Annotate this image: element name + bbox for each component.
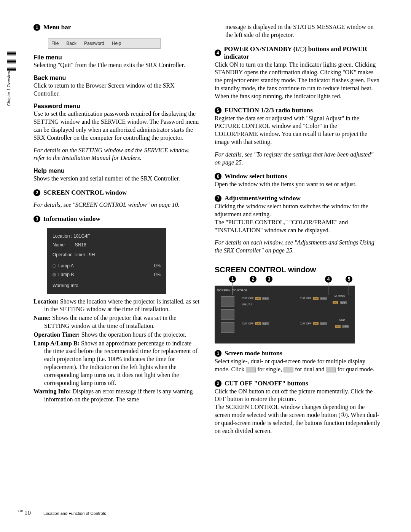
callout-7-title: 7 Adjustment/setting window [215, 195, 381, 202]
sc-item-2-body: Click the ON button to cut off the pictu… [215, 388, 381, 435]
callout-7-note: For details on each window, see "Adjustm… [215, 239, 381, 255]
callout-7-body: Clicking the window select button switch… [215, 203, 381, 234]
callout-6-text: Window select buttons [225, 173, 287, 180]
footer-gb: GB [18, 509, 23, 513]
quad-mode-icon [326, 367, 336, 372]
callout-4-body: Click ON to turn on the lamp. The indica… [215, 61, 381, 101]
page-footer: GB 10 Location and Function of Controls [18, 509, 106, 517]
menu-file[interactable]: File [51, 41, 59, 46]
sc-callout-5: 5 [346, 276, 352, 283]
circled-number-3: 3 [33, 216, 40, 222]
callout-6-title: 6 Window select buttons [215, 173, 381, 180]
file-menu-body: Selecting "Quit" from the File menu exit… [33, 61, 199, 69]
lamp-a-indicator-icon [53, 264, 56, 268]
sc-item-2-text: CUT OFF "ON/OFF" buttons [225, 380, 308, 387]
circled-number-7: 7 [215, 195, 221, 202]
footer-title: Location and Function of Controls [43, 511, 106, 516]
sc-item-1-body: Select single-, dual- or quad-screen mod… [215, 358, 381, 374]
help-menu-head: Help menu [33, 168, 199, 174]
back-menu-head: Back menu [33, 75, 199, 81]
lamp-a-label: Lamp A [58, 263, 74, 268]
info-warning: Warning Info [53, 281, 161, 290]
circled-number-1: 1 [33, 24, 40, 31]
menubar-screenshot: File Back Password Help [48, 38, 161, 49]
sc-item-1-title: 1 Screen mode buttons [215, 350, 381, 357]
callout-4-text: POWER ON/STANDBY (I/) buttons and POWER … [224, 45, 381, 61]
lamp-b-label: Lamp B [58, 272, 74, 277]
sc-callout-4: 4 [325, 276, 332, 283]
warning-info-desc: Warning Info: Displays an error message … [33, 388, 199, 404]
callout-1-title: 1 Menu bar [33, 24, 199, 31]
sc-callout-2: 2 [250, 276, 256, 283]
dual-mode-icon [284, 367, 293, 372]
sc-item-2-title: 2 CUT OFF "ON/OFF" buttons [215, 380, 381, 387]
lamp-b-indicator-icon [53, 273, 56, 276]
screen-control-screenshot: 1 2 3 4 5 SCREEN CONTROL CUT OFFONOFF IN… [215, 286, 355, 343]
operation-timer-desc: Operation Timer: Shows the operation hou… [33, 331, 199, 339]
callout-3-title: 3 Information window [33, 215, 199, 223]
sc-circled-2: 2 [215, 380, 221, 387]
hatch-decoration [7, 49, 16, 71]
circled-number-5: 5 [215, 107, 221, 114]
password-menu-head: Password menu [33, 103, 199, 110]
callout-2-title: 2 SCREEN CONTROL window [33, 189, 199, 197]
callout-5-text: FUNCTION 1/2/3 radio buttons [225, 107, 313, 114]
info-location: Location : 101G4F [53, 232, 161, 241]
circled-number-4: 4 [215, 50, 221, 56]
power-icon [300, 47, 304, 51]
lamp-desc: Lamp A/Lamp B: Shows an approximate perc… [33, 340, 199, 387]
warning-info-continued: message is displayed in the STATUS MESSA… [215, 23, 381, 39]
information-window-screenshot: Location : 101G4F Name : SN18 Operation … [47, 228, 166, 294]
sc-callout-3: 3 [266, 276, 272, 283]
circled-number-6: 6 [215, 173, 221, 180]
screen-control-heading: SCREEN CONTROL window [215, 265, 381, 274]
sc-item-1-text: Screen mode buttons [225, 350, 282, 357]
lamp-a-value: 0% [154, 262, 161, 270]
location-desc: Location: Shows the location where the p… [33, 298, 199, 314]
single-mode-icon [246, 367, 256, 372]
callout-3-text: Information window [43, 215, 100, 223]
callout-7-text: Adjustment/setting window [225, 195, 301, 202]
password-menu-body: Use to set the authentication passwords … [33, 110, 199, 142]
chapter-side-tab: Chapter 1 Overview [7, 49, 16, 108]
callout-2-note: For details, see "SCREEN CONTROL window"… [33, 201, 199, 209]
back-menu-body: Click to return to the Browser Screen wi… [33, 82, 199, 98]
menu-back[interactable]: Back [66, 41, 76, 46]
name-desc: Name: Shows the name of the projector th… [33, 314, 199, 330]
callout-5-note: For details, see "To register the settin… [215, 151, 381, 167]
sc-circled-1: 1 [215, 350, 221, 357]
sc-callout-1: 1 [229, 276, 236, 283]
callout-2-text: SCREEN CONTROL window [43, 189, 127, 197]
chapter-label: Chapter 1 Overview [7, 71, 11, 108]
callout-5-title: 5 FUNCTION 1/2/3 radio buttons [215, 107, 381, 114]
menu-help[interactable]: Help [112, 41, 121, 46]
callout-5-body: Register the data set or adjusted with "… [215, 115, 381, 146]
file-menu-head: File menu [33, 54, 199, 61]
callout-6-body: Open the window with the items you want … [215, 181, 381, 189]
sc-window-title: SCREEN CONTROL [217, 289, 248, 292]
callout-4-title: 4 POWER ON/STANDBY (I/) buttons and POWE… [215, 45, 381, 61]
password-menu-note: For details on the SETTING window and th… [33, 147, 199, 163]
help-menu-body: Shows the version and serial number of t… [33, 175, 199, 183]
menu-password[interactable]: Password [84, 41, 104, 46]
info-op-timer: Operation Timer : 9H [53, 251, 161, 259]
lamp-b-value: 0% [154, 270, 161, 279]
circled-number-2: 2 [33, 189, 40, 196]
footer-page-number: 10 [24, 509, 31, 516]
callout-1-text: Menu bar [43, 24, 71, 31]
info-name: Name : SN18 [53, 241, 161, 249]
